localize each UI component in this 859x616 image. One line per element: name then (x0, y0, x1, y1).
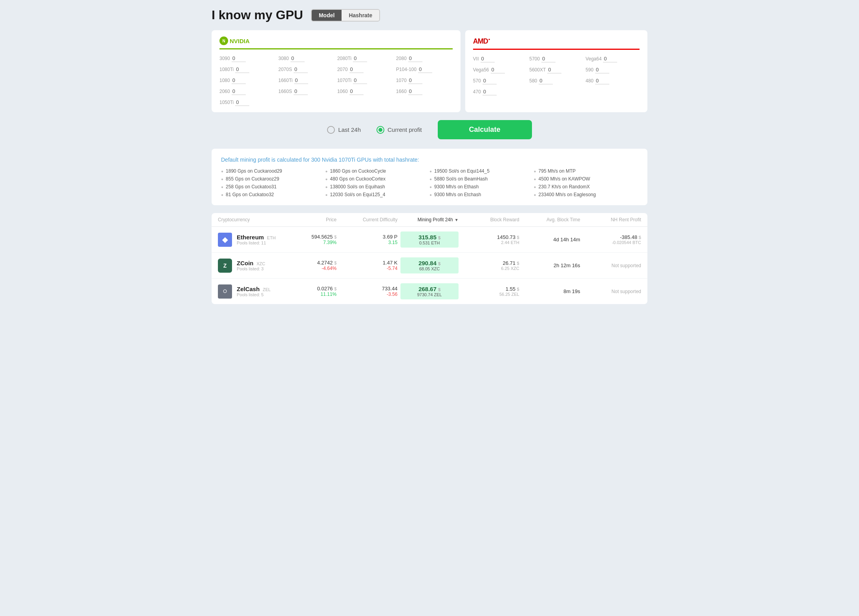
th-avg-block: Avg. Block Time (523, 217, 580, 222)
gpu-input-vega56[interactable] (491, 66, 505, 73)
th-block-reward: Block Reward (462, 217, 519, 222)
hashrate-toggle-btn[interactable]: Hashrate (342, 10, 379, 21)
info-bullet: ● (221, 185, 223, 189)
gpu-label: P104-100 (396, 67, 417, 72)
profit-main: 268.67 $ (404, 286, 454, 292)
price-cell: 594.5625 $ 7.39% (298, 234, 336, 245)
gpu-label: 2070S (278, 67, 292, 72)
model-toggle-btn[interactable]: Model (312, 10, 342, 21)
info-box: Default mining profit is calculated for … (212, 149, 647, 205)
gpu-label: 590 (586, 67, 594, 73)
gpu-label: 470 (473, 89, 481, 95)
difficulty-main: 1.47 K (340, 260, 397, 266)
gpu-input-1080[interactable] (232, 77, 246, 84)
info-bullet: ● (221, 169, 223, 173)
gpu-input-5700[interactable] (541, 55, 556, 62)
gpu-input-p104-100[interactable] (418, 66, 432, 73)
gpu-label: 1660S (278, 89, 292, 94)
calculate-button[interactable]: Calculate (438, 120, 532, 139)
info-bullet: ● (325, 169, 328, 173)
current-profit-radio-circle[interactable] (376, 126, 384, 134)
nvidia-logo-icon: N (219, 36, 228, 45)
gpu-label: 5700 (529, 56, 540, 62)
th-price: Price (298, 217, 336, 222)
price-cell: 0.0276 $ 11.11% (298, 286, 336, 297)
gpu-input-570[interactable] (483, 77, 497, 84)
crypto-info: ZelCash ZEL Pools listed: 5 (237, 286, 270, 297)
gpu-input-1660[interactable] (408, 88, 422, 95)
crypto-ticker: ZEL (263, 287, 270, 292)
info-item-text: 138000 Sol/s on Equihash (330, 184, 385, 190)
price-main: 594.5625 $ (298, 234, 336, 240)
nvidia-gpu-1070: 1070 (396, 77, 453, 84)
info-item-text: 258 Gps on Cuckatoo31 (226, 184, 276, 190)
nvidia-gpu-3090: 3090 (219, 55, 276, 62)
profit-sub: 9730.74 ZEL (404, 292, 454, 297)
info-item-text: 81 Gps on Cuckatoo32 (226, 192, 274, 197)
nvidia-gpu-2080: 2080 (396, 55, 453, 62)
mode-toggle[interactable]: Model Hashrate (311, 9, 380, 22)
amd-gpu-grid: VII 5700 Vega64 Vega56 5600XT 590 570 58… (473, 55, 640, 95)
crypto-cell: ◆ Ethereum ETH Pools listed: 11 (218, 233, 295, 247)
gpu-input-580[interactable] (539, 77, 553, 84)
info-item: ●138000 Sol/s on Equihash (325, 184, 430, 190)
gpu-input-3090[interactable] (232, 55, 246, 62)
nvidia-logo: N NVIDIA (219, 36, 250, 45)
gpu-input-2080ti[interactable] (353, 55, 367, 62)
gpu-input-1070[interactable] (408, 77, 422, 84)
gpu-label: 1660Ti (278, 78, 292, 83)
gpu-input-1070ti[interactable] (353, 77, 367, 84)
last24h-radio[interactable]: Last 24h (327, 126, 361, 134)
block-reward-cell: 26.71 $ 6.25 XZC (462, 260, 519, 271)
crypto-ticker: XZC (256, 261, 265, 266)
zelcash-icon: ⬡ (218, 284, 232, 299)
info-item-text: 9300 Mh/s on Ethash (434, 184, 479, 190)
gpu-input-vii[interactable] (481, 55, 495, 62)
nvidia-header: N NVIDIA (219, 36, 453, 49)
gpu-input-1660s[interactable] (294, 88, 308, 95)
gpu-label: 2080Ti (337, 56, 351, 61)
nvidia-gpu-grid: 3090 3080 2080Ti 2080 1080Ti 2070S 2070 … (219, 55, 453, 106)
avg-block-time: 2h 12m 16s (523, 262, 580, 268)
info-bullet: ● (430, 185, 432, 189)
gpu-input-470[interactable] (483, 88, 497, 95)
gpu-input-2070s[interactable] (294, 66, 308, 73)
info-bullet: ● (221, 193, 223, 197)
difficulty-change: -5.74 (340, 266, 397, 271)
avg-block-time: 4d 14h 14m (523, 237, 580, 242)
gpu-input-2080[interactable] (408, 55, 422, 62)
gpu-input-5600xt[interactable] (547, 66, 561, 73)
gpu-input-vega64[interactable] (603, 55, 617, 62)
nvidia-gpu-3080: 3080 (278, 55, 335, 62)
info-bullet: ● (325, 177, 328, 181)
info-item: ●5880 Sol/s on BeamHash (430, 176, 534, 182)
gpu-input-2060[interactable] (232, 88, 246, 95)
gpu-input-1050ti[interactable] (235, 99, 249, 106)
gpu-label: 3090 (219, 56, 230, 61)
gpu-input-2070[interactable] (349, 66, 364, 73)
info-item-text: 4500 Mh/s on KAWPOW (539, 176, 590, 182)
amd-gpu-570: 570 (473, 77, 527, 84)
info-item: ●795 Mh/s on MTP (534, 168, 638, 174)
nvidia-gpu-1660ti: 1660Ti (278, 77, 335, 84)
sort-arrow: ▼ (455, 218, 459, 222)
gpu-input-590[interactable] (595, 66, 609, 73)
gpu-sections: N NVIDIA 3090 3080 2080Ti 2080 1080Ti 20… (212, 30, 647, 112)
gpu-label: 480 (586, 78, 594, 84)
profit-sub: 0.531 ETH (404, 241, 454, 245)
amd-gpu-470: 470 (473, 88, 527, 95)
current-profit-radio[interactable]: Current profit (376, 126, 422, 134)
nh-profit-cell: Not supported (583, 263, 641, 268)
nvidia-gpu-1050ti: 1050Ti (219, 99, 276, 106)
gpu-label: 1080Ti (219, 67, 234, 72)
th-profit[interactable]: Mining Profit 24h ▼ (400, 217, 458, 222)
gpu-input-1060[interactable] (349, 88, 364, 95)
gpu-input-480[interactable] (595, 77, 609, 84)
nvidia-gpu-1070ti: 1070Ti (337, 77, 394, 84)
gpu-input-1660ti[interactable] (294, 77, 308, 84)
gpu-input-1080ti[interactable] (235, 66, 249, 73)
info-item: ●1860 Gps on CuckooCycle (325, 168, 430, 174)
nvidia-gpu-2060: 2060 (219, 88, 276, 95)
gpu-input-3080[interactable] (291, 55, 305, 62)
last24h-radio-circle[interactable] (327, 126, 335, 134)
